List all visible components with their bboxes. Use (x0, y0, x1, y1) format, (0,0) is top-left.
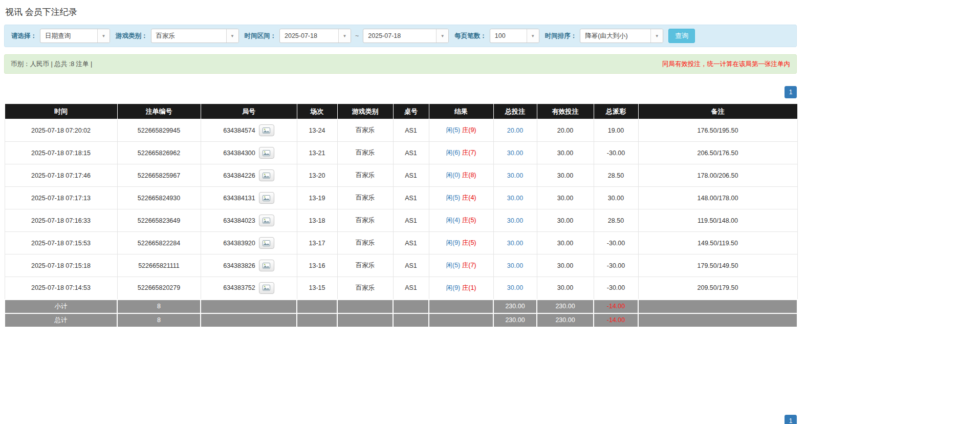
banker-result: 庄(5) (462, 239, 476, 246)
summary-cell: 230.00 (537, 300, 594, 313)
select-type-label: 请选择： (11, 32, 37, 40)
table-row: 2025-07-18 07:18:15522665826962634384300… (5, 142, 797, 164)
query-type-select[interactable]: 日期查询 ▼ (40, 29, 110, 43)
round-id-cell: 634383752 (201, 277, 297, 300)
total-bet-link[interactable]: 30.00 (507, 262, 523, 269)
view-result-icon[interactable] (259, 169, 274, 181)
session-cell: 13-18 (297, 209, 337, 232)
time-cell: 2025-07-18 07:15:18 (5, 255, 117, 277)
player-result: 闲(4) (446, 217, 460, 224)
summary-cell (297, 313, 337, 327)
view-result-icon[interactable] (259, 124, 274, 136)
page-title: 视讯 会员下注纪录 (5, 6, 976, 18)
round-id-cell: 634384023 (201, 209, 297, 232)
round-id-text: 634383920 (223, 240, 255, 247)
player-result: 闲(9) (446, 284, 460, 291)
payout-cell: 28.50 (594, 164, 638, 187)
table-row: 2025-07-18 07:16:33522665823649634384023… (5, 209, 797, 232)
result-cell: 闲(0) 庄(8) (429, 164, 493, 187)
page-number-button[interactable]: 1 (785, 415, 797, 424)
total-bet-link[interactable]: 20.00 (507, 127, 523, 134)
game-type-cell: 百家乐 (337, 164, 393, 187)
time-sort-select[interactable]: 降幂(由大到小) ▼ (580, 29, 663, 43)
summary-cell (201, 313, 297, 327)
column-header: 总投注 (493, 104, 537, 119)
payout-cell: -30.00 (594, 232, 638, 255)
session-cell: 13-21 (297, 142, 337, 164)
date-to-value: 2025-07-18 (363, 32, 436, 39)
view-result-icon[interactable] (259, 282, 274, 294)
game-type-cell: 百家乐 (337, 119, 393, 142)
total-bet-link[interactable]: 30.00 (507, 195, 523, 202)
date-from-select[interactable]: 2025-07-18 ▼ (279, 29, 351, 43)
banker-result: 庄(5) (462, 217, 476, 224)
valid-bet-cell: 20.00 (537, 119, 594, 142)
payout-cell: -30.00 (594, 142, 638, 164)
round-id-text: 634384574 (223, 127, 255, 134)
summary-cell (297, 300, 337, 313)
column-header: 有效投注 (537, 104, 594, 119)
banker-result: 庄(1) (462, 284, 476, 291)
date-to-select[interactable]: 2025-07-18 ▼ (363, 29, 449, 43)
round-id-text: 634384131 (223, 195, 255, 202)
total-bet-link[interactable]: 30.00 (507, 217, 523, 224)
session-cell: 13-20 (297, 164, 337, 187)
remark-cell: 149.50/119.50 (638, 232, 797, 255)
player-result: 闲(5) (446, 262, 460, 269)
round-id-cell: 634384226 (201, 164, 297, 187)
banker-result: 庄(9) (462, 126, 476, 134)
round-id-text: 634383826 (223, 262, 255, 269)
column-header: 总派彩 (594, 104, 638, 119)
result-cell: 闲(5) 庄(9) (429, 119, 493, 142)
player-result: 闲(9) (446, 239, 460, 246)
table-row: 2025-07-18 07:20:02522665829945634384574… (5, 119, 797, 142)
game-type-cell: 百家乐 (337, 209, 393, 232)
table-no-cell: AS1 (393, 209, 429, 232)
total-bet-link[interactable]: 30.00 (507, 284, 523, 291)
summary-cell (337, 300, 393, 313)
pagination-bottom: 1 (785, 415, 797, 424)
total-bet-cell: 30.00 (493, 255, 537, 277)
page: 视讯 会员下注纪录 请选择： 日期查询 ▼ 游戏类别： 百家乐 ▼ 时间区间： … (0, 0, 980, 424)
bet-records-table: 时间注单编号局号场次游戏类别桌号结果总投注有效投注总派彩备注 2025-07-1… (4, 103, 798, 328)
summary-bar: 币别：人民币 | 总共 :8 注单 | 同局有效投注，统一计算在该局第一张注单内 (4, 54, 797, 74)
total-bet-link[interactable]: 30.00 (507, 172, 523, 179)
search-button[interactable]: 查询 (668, 29, 695, 43)
view-result-icon[interactable] (259, 237, 274, 249)
chevron-down-icon: ▼ (97, 29, 110, 43)
game-type-cell: 百家乐 (337, 232, 393, 255)
table-no-cell: AS1 (393, 277, 429, 300)
time-cell: 2025-07-18 07:17:13 (5, 187, 117, 209)
table-row: 2025-07-18 07:15:53522665822284634383920… (5, 232, 797, 255)
chevron-down-icon: ▼ (338, 29, 351, 43)
total-bet-link[interactable]: 30.00 (507, 240, 523, 247)
page-size-label: 每页笔数： (454, 32, 487, 40)
round-id-wrap: 634383920 (223, 237, 274, 249)
banker-result: 庄(7) (462, 262, 476, 269)
time-cell: 2025-07-18 07:14:53 (5, 277, 117, 300)
player-result: 闲(5) (446, 126, 460, 134)
game-type-cell: 百家乐 (337, 142, 393, 164)
page-number-button[interactable]: 1 (785, 86, 797, 98)
payout-cell: 30.00 (594, 187, 638, 209)
column-header: 桌号 (393, 104, 429, 119)
banker-result: 庄(7) (462, 149, 476, 156)
game-type-select[interactable]: 百家乐 ▼ (151, 29, 239, 43)
view-result-icon[interactable] (259, 260, 274, 271)
valid-bet-cell: 30.00 (537, 187, 594, 209)
column-header: 场次 (297, 104, 337, 119)
page-size-select[interactable]: 100 ▼ (490, 29, 539, 43)
table-row: 2025-07-18 07:14:53522665820279634383752… (5, 277, 797, 300)
view-result-icon[interactable] (259, 192, 274, 204)
total-bet-link[interactable]: 30.00 (507, 150, 523, 157)
game-type-value: 百家乐 (151, 32, 226, 40)
subtotal-row: 小计8230.00230.00-14.00 (5, 300, 797, 313)
view-result-icon[interactable] (259, 215, 274, 226)
session-cell: 13-19 (297, 187, 337, 209)
bet-id-cell: 522665826962 (117, 142, 201, 164)
game-type-label: 游戏类别： (116, 32, 148, 40)
view-result-icon[interactable] (259, 147, 274, 159)
round-id-wrap: 634384300 (223, 147, 274, 159)
table-no-cell: AS1 (393, 164, 429, 187)
time-cell: 2025-07-18 07:20:02 (5, 119, 117, 142)
